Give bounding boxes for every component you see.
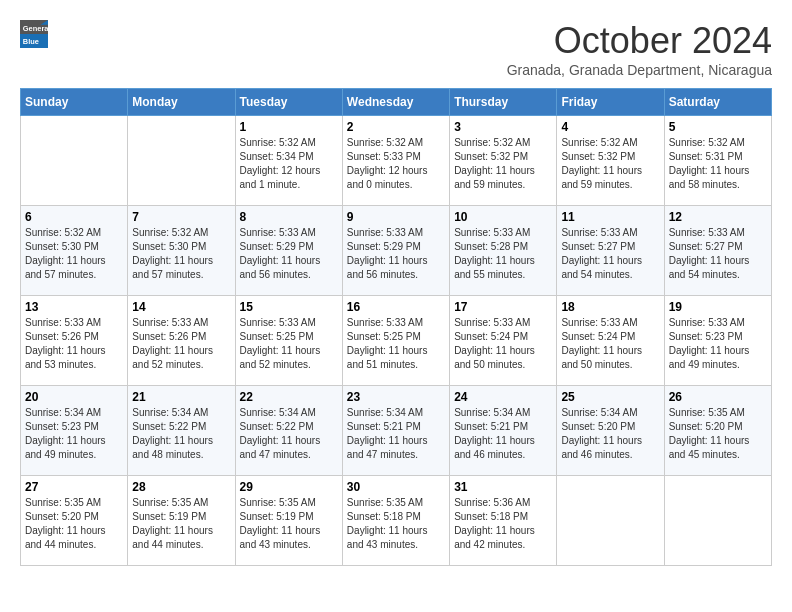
day-info: Sunrise: 5:32 AM Sunset: 5:30 PM Dayligh… [25, 226, 123, 282]
month-title: October 2024 [507, 20, 772, 62]
day-number: 9 [347, 210, 445, 224]
day-info: Sunrise: 5:33 AM Sunset: 5:24 PM Dayligh… [561, 316, 659, 372]
day-number: 11 [561, 210, 659, 224]
day-info: Sunrise: 5:34 AM Sunset: 5:21 PM Dayligh… [347, 406, 445, 462]
day-info: Sunrise: 5:33 AM Sunset: 5:29 PM Dayligh… [347, 226, 445, 282]
calendar-cell: 13Sunrise: 5:33 AM Sunset: 5:26 PM Dayli… [21, 296, 128, 386]
calendar-week-row: 6Sunrise: 5:32 AM Sunset: 5:30 PM Daylig… [21, 206, 772, 296]
day-number: 29 [240, 480, 338, 494]
day-info: Sunrise: 5:35 AM Sunset: 5:18 PM Dayligh… [347, 496, 445, 552]
calendar-cell: 15Sunrise: 5:33 AM Sunset: 5:25 PM Dayli… [235, 296, 342, 386]
calendar-cell: 10Sunrise: 5:33 AM Sunset: 5:28 PM Dayli… [450, 206, 557, 296]
day-info: Sunrise: 5:33 AM Sunset: 5:27 PM Dayligh… [561, 226, 659, 282]
day-info: Sunrise: 5:32 AM Sunset: 5:30 PM Dayligh… [132, 226, 230, 282]
calendar-cell: 22Sunrise: 5:34 AM Sunset: 5:22 PM Dayli… [235, 386, 342, 476]
calendar-cell: 30Sunrise: 5:35 AM Sunset: 5:18 PM Dayli… [342, 476, 449, 566]
calendar-cell: 28Sunrise: 5:35 AM Sunset: 5:19 PM Dayli… [128, 476, 235, 566]
calendar-cell: 9Sunrise: 5:33 AM Sunset: 5:29 PM Daylig… [342, 206, 449, 296]
day-number: 18 [561, 300, 659, 314]
calendar-cell: 24Sunrise: 5:34 AM Sunset: 5:21 PM Dayli… [450, 386, 557, 476]
day-number: 4 [561, 120, 659, 134]
weekday-header: Wednesday [342, 89, 449, 116]
weekday-header: Monday [128, 89, 235, 116]
calendar-cell: 8Sunrise: 5:33 AM Sunset: 5:29 PM Daylig… [235, 206, 342, 296]
weekday-header: Thursday [450, 89, 557, 116]
calendar-cell: 19Sunrise: 5:33 AM Sunset: 5:23 PM Dayli… [664, 296, 771, 386]
calendar-cell [664, 476, 771, 566]
day-info: Sunrise: 5:32 AM Sunset: 5:31 PM Dayligh… [669, 136, 767, 192]
day-info: Sunrise: 5:36 AM Sunset: 5:18 PM Dayligh… [454, 496, 552, 552]
calendar-cell: 14Sunrise: 5:33 AM Sunset: 5:26 PM Dayli… [128, 296, 235, 386]
logo-icon: General Blue [20, 20, 48, 48]
weekday-header: Tuesday [235, 89, 342, 116]
day-number: 3 [454, 120, 552, 134]
day-info: Sunrise: 5:32 AM Sunset: 5:34 PM Dayligh… [240, 136, 338, 192]
calendar-cell: 16Sunrise: 5:33 AM Sunset: 5:25 PM Dayli… [342, 296, 449, 386]
day-number: 23 [347, 390, 445, 404]
calendar-cell: 6Sunrise: 5:32 AM Sunset: 5:30 PM Daylig… [21, 206, 128, 296]
calendar-cell: 25Sunrise: 5:34 AM Sunset: 5:20 PM Dayli… [557, 386, 664, 476]
calendar-week-row: 20Sunrise: 5:34 AM Sunset: 5:23 PM Dayli… [21, 386, 772, 476]
day-number: 7 [132, 210, 230, 224]
day-number: 26 [669, 390, 767, 404]
calendar-cell: 17Sunrise: 5:33 AM Sunset: 5:24 PM Dayli… [450, 296, 557, 386]
day-info: Sunrise: 5:33 AM Sunset: 5:24 PM Dayligh… [454, 316, 552, 372]
calendar-week-row: 13Sunrise: 5:33 AM Sunset: 5:26 PM Dayli… [21, 296, 772, 386]
calendar-cell: 2Sunrise: 5:32 AM Sunset: 5:33 PM Daylig… [342, 116, 449, 206]
weekday-header: Saturday [664, 89, 771, 116]
day-number: 27 [25, 480, 123, 494]
calendar-cell: 26Sunrise: 5:35 AM Sunset: 5:20 PM Dayli… [664, 386, 771, 476]
calendar-cell [557, 476, 664, 566]
day-number: 31 [454, 480, 552, 494]
calendar-cell: 23Sunrise: 5:34 AM Sunset: 5:21 PM Dayli… [342, 386, 449, 476]
calendar-cell: 1Sunrise: 5:32 AM Sunset: 5:34 PM Daylig… [235, 116, 342, 206]
day-info: Sunrise: 5:35 AM Sunset: 5:19 PM Dayligh… [240, 496, 338, 552]
day-number: 25 [561, 390, 659, 404]
day-info: Sunrise: 5:33 AM Sunset: 5:26 PM Dayligh… [132, 316, 230, 372]
svg-text:General: General [23, 24, 48, 33]
day-number: 2 [347, 120, 445, 134]
day-info: Sunrise: 5:33 AM Sunset: 5:28 PM Dayligh… [454, 226, 552, 282]
day-info: Sunrise: 5:34 AM Sunset: 5:23 PM Dayligh… [25, 406, 123, 462]
day-number: 6 [25, 210, 123, 224]
location-title: Granada, Granada Department, Nicaragua [507, 62, 772, 78]
day-number: 20 [25, 390, 123, 404]
calendar-cell: 5Sunrise: 5:32 AM Sunset: 5:31 PM Daylig… [664, 116, 771, 206]
calendar-cell: 12Sunrise: 5:33 AM Sunset: 5:27 PM Dayli… [664, 206, 771, 296]
day-info: Sunrise: 5:34 AM Sunset: 5:21 PM Dayligh… [454, 406, 552, 462]
calendar-week-row: 1Sunrise: 5:32 AM Sunset: 5:34 PM Daylig… [21, 116, 772, 206]
day-number: 10 [454, 210, 552, 224]
day-info: Sunrise: 5:35 AM Sunset: 5:20 PM Dayligh… [25, 496, 123, 552]
calendar-cell [21, 116, 128, 206]
day-number: 13 [25, 300, 123, 314]
logo: General Blue [20, 20, 48, 48]
day-info: Sunrise: 5:33 AM Sunset: 5:27 PM Dayligh… [669, 226, 767, 282]
day-number: 21 [132, 390, 230, 404]
day-info: Sunrise: 5:33 AM Sunset: 5:29 PM Dayligh… [240, 226, 338, 282]
day-number: 8 [240, 210, 338, 224]
day-number: 24 [454, 390, 552, 404]
calendar-cell: 3Sunrise: 5:32 AM Sunset: 5:32 PM Daylig… [450, 116, 557, 206]
title-area: October 2024 Granada, Granada Department… [507, 20, 772, 78]
day-info: Sunrise: 5:33 AM Sunset: 5:23 PM Dayligh… [669, 316, 767, 372]
calendar-week-row: 27Sunrise: 5:35 AM Sunset: 5:20 PM Dayli… [21, 476, 772, 566]
calendar-cell: 11Sunrise: 5:33 AM Sunset: 5:27 PM Dayli… [557, 206, 664, 296]
day-info: Sunrise: 5:33 AM Sunset: 5:26 PM Dayligh… [25, 316, 123, 372]
calendar-cell: 7Sunrise: 5:32 AM Sunset: 5:30 PM Daylig… [128, 206, 235, 296]
weekday-header: Sunday [21, 89, 128, 116]
weekday-header-row: SundayMondayTuesdayWednesdayThursdayFrid… [21, 89, 772, 116]
day-info: Sunrise: 5:32 AM Sunset: 5:33 PM Dayligh… [347, 136, 445, 192]
day-info: Sunrise: 5:34 AM Sunset: 5:22 PM Dayligh… [132, 406, 230, 462]
day-info: Sunrise: 5:35 AM Sunset: 5:20 PM Dayligh… [669, 406, 767, 462]
day-number: 14 [132, 300, 230, 314]
calendar-cell [128, 116, 235, 206]
day-number: 16 [347, 300, 445, 314]
day-number: 17 [454, 300, 552, 314]
day-number: 1 [240, 120, 338, 134]
day-info: Sunrise: 5:33 AM Sunset: 5:25 PM Dayligh… [240, 316, 338, 372]
day-info: Sunrise: 5:32 AM Sunset: 5:32 PM Dayligh… [561, 136, 659, 192]
calendar-cell: 18Sunrise: 5:33 AM Sunset: 5:24 PM Dayli… [557, 296, 664, 386]
day-number: 22 [240, 390, 338, 404]
calendar-cell: 21Sunrise: 5:34 AM Sunset: 5:22 PM Dayli… [128, 386, 235, 476]
day-info: Sunrise: 5:34 AM Sunset: 5:22 PM Dayligh… [240, 406, 338, 462]
